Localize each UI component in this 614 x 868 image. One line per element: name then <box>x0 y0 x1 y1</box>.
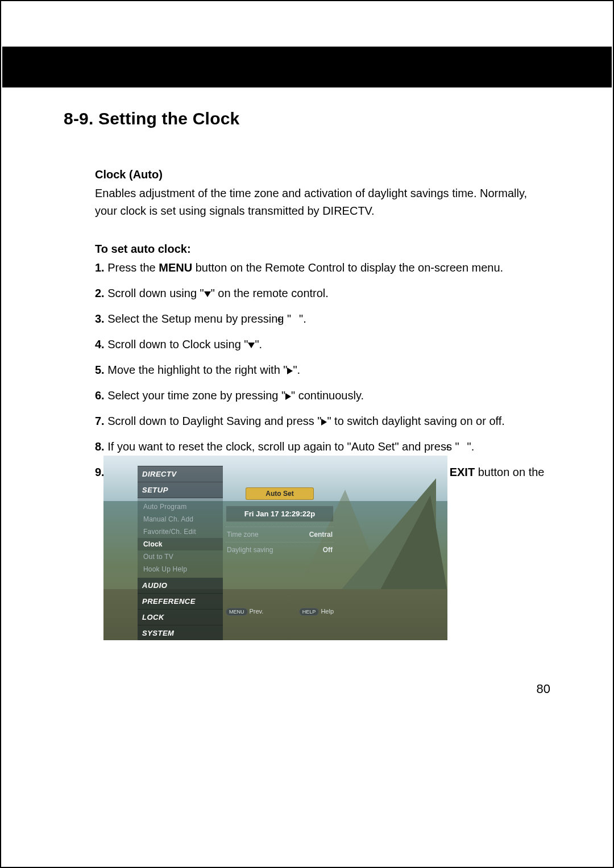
body-indent: Clock (Auto) Enables adjustment of the t… <box>95 168 550 499</box>
step-item: 1. Press the MENU button on the Remote C… <box>95 259 550 277</box>
osd-timezone-row[interactable]: Time zone Central <box>226 527 334 542</box>
triangle-right-icon <box>287 368 293 374</box>
menu-pill-icon: MENU <box>226 608 248 616</box>
osd-lock-header[interactable]: LOCK <box>138 610 223 625</box>
osd-setup-submenu: Auto ProgramManual Ch. AddFavorite/Ch. E… <box>138 498 223 578</box>
bg-mountain <box>379 495 447 592</box>
osd-datetime: Fri Jan 17 12:29:22p <box>226 506 334 522</box>
clock-auto-text: Enables adjustment of the time zone and … <box>95 185 550 220</box>
osd-daylight-row[interactable]: Daylight saving Off <box>226 542 334 557</box>
osd-daylight-label: Daylight saving <box>227 546 273 554</box>
osd-setup-item[interactable]: Auto Program <box>138 500 223 513</box>
osd-timezone-label: Time zone <box>227 531 259 539</box>
osd-setup-item[interactable]: Favorite/Ch. Edit <box>138 525 223 538</box>
triangle-right-icon <box>321 419 327 425</box>
osd-system-header[interactable]: SYSTEM <box>138 625 223 640</box>
step-item: 4. Scroll down to Clock using "". <box>95 336 550 353</box>
step-item: 3. Select the Setup menu by pressing "". <box>95 310 550 328</box>
step-item: 6. Select your time zone by pressing "" … <box>95 387 550 404</box>
plus-icon <box>459 444 467 451</box>
manual-page: 8-9. Setting the Clock Clock (Auto) Enab… <box>0 0 614 868</box>
osd-brand: DIRECTV <box>138 466 223 482</box>
osd-menu-column: DIRECTV SETUP Auto ProgramManual Ch. Add… <box>138 466 223 640</box>
help-pill-icon: HELP <box>299 608 320 616</box>
osd-setup-item[interactable]: Clock <box>138 538 223 550</box>
plus-icon <box>291 316 299 323</box>
section-title: 8-9. Setting the Clock <box>64 109 550 128</box>
osd-prev-hint: MENUPrev. <box>226 608 263 616</box>
osd-timezone-value: Central <box>309 531 333 539</box>
osd-daylight-value: Off <box>323 546 333 554</box>
osd-help-hint: HELPHelp <box>299 608 334 616</box>
osd-clock-panel: Auto Set Fri Jan 17 12:29:22p Time zone … <box>226 487 334 557</box>
triangle-right-icon <box>285 393 291 400</box>
header-band <box>2 47 612 87</box>
osd-setup-header[interactable]: SETUP <box>138 482 223 498</box>
clock-auto-heading: Clock (Auto) <box>95 168 550 181</box>
step-item: 2. Scroll down using "" on the remote co… <box>95 285 550 302</box>
osd-audio-header[interactable]: AUDIO <box>138 578 223 594</box>
auto-clock-heading: To set auto clock: <box>95 243 550 256</box>
tv-screenshot: DIRECTV SETUP Auto ProgramManual Ch. Add… <box>103 456 447 640</box>
triangle-down-icon <box>248 343 255 348</box>
osd-preference-header[interactable]: PREFERENCE <box>138 594 223 610</box>
osd-footer: MENUPrev. HELPHelp <box>226 608 334 616</box>
osd-autoset-button[interactable]: Auto Set <box>246 487 314 500</box>
step-item: 8. If you want to reset the clock, scrol… <box>95 438 550 456</box>
step-item: 5. Move the highlight to the right with … <box>95 361 550 379</box>
osd-setup-item[interactable]: Hook Up Help <box>138 563 223 575</box>
content-area: 8-9. Setting the Clock Clock (Auto) Enab… <box>64 109 550 507</box>
step-item: 7. Scroll down to Daylight Saving and pr… <box>95 412 550 430</box>
triangle-down-icon <box>204 291 211 297</box>
osd-setup-item[interactable]: Out to TV <box>138 550 223 563</box>
osd-setup-item[interactable]: Manual Ch. Add <box>138 513 223 525</box>
page-number: 80 <box>537 682 550 696</box>
